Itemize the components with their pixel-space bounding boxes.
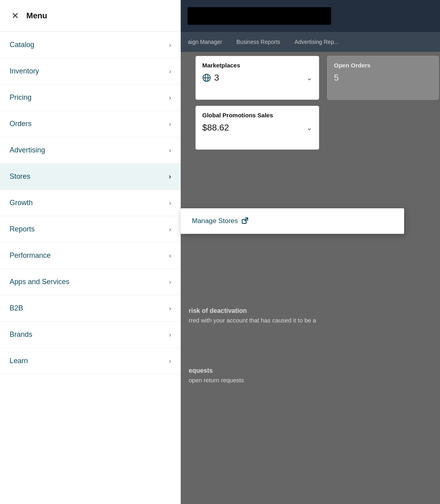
global-promotions-value: $88.62 [202, 123, 229, 133]
sidebar-item-label-reports: Reports [10, 225, 35, 233]
nav-tabs: aign Manager Business Reports Advertisin… [181, 32, 440, 52]
sidebar-item-label-catalog: Catalog [10, 41, 34, 49]
menu-title: Menu [26, 11, 47, 20]
risk-title: risk of deactivation [189, 307, 432, 314]
sidebar-item-label-brands: Brands [10, 330, 32, 339]
sidebar-item-label-performance: Performance [10, 251, 51, 260]
marketplaces-value: 3 [214, 73, 219, 83]
search-bar-redacted [187, 7, 331, 25]
sidebar-item-apps-services[interactable]: Apps and Services › [0, 269, 181, 295]
risk-alert: risk of deactivation rred with your acco… [181, 303, 440, 328]
close-icon: ✕ [12, 11, 19, 21]
chevron-right-icon-performance: › [169, 252, 171, 259]
marketplaces-label: Marketplaces [202, 62, 312, 69]
sidebar-item-performance[interactable]: Performance › [0, 243, 181, 269]
sidebar-item-label-b2b: B2B [10, 304, 23, 312]
manage-stores-label: Manage Stores [192, 217, 238, 225]
chevron-right-icon-catalog: › [169, 42, 171, 49]
stores-flyout-menu: Manage Stores [181, 208, 404, 234]
chevron-right-icon-apps-services: › [169, 279, 171, 286]
sidebar-item-label-stores: Stores [10, 172, 30, 181]
sidebar-item-label-growth: Growth [10, 199, 33, 207]
promotions-dropdown-icon[interactable]: ⌄ [306, 123, 312, 132]
chevron-right-icon-orders: › [169, 121, 171, 128]
globe-icon [202, 73, 211, 82]
sidebar-item-orders[interactable]: Orders › [0, 111, 181, 137]
global-promotions-label: Global Promotions Sales [202, 112, 312, 119]
return-title: equests [189, 367, 432, 374]
sidebar-item-learn[interactable]: Learn › [0, 348, 181, 374]
chevron-right-icon-reports: › [169, 226, 171, 233]
sidebar-item-label-pricing: Pricing [10, 93, 32, 102]
sidebar-item-label-orders: Orders [10, 120, 32, 128]
sidebar-item-b2b[interactable]: B2B › [0, 295, 181, 322]
sidebar-item-catalog[interactable]: Catalog › [0, 32, 181, 58]
chevron-right-icon-advertising: › [169, 147, 171, 154]
return-requests: equests open return requests [181, 363, 440, 387]
global-promotions-card[interactable]: Global Promotions Sales $88.62 ⌄ [195, 106, 319, 150]
sidebar-item-label-advertising: Advertising [10, 146, 45, 154]
risk-body: rred with your account that has caused i… [189, 317, 432, 324]
sidebar-item-label-learn: Learn [10, 357, 28, 365]
external-link-icon [242, 217, 248, 225]
chevron-right-icon-growth: › [169, 200, 171, 207]
marketplaces-dropdown-icon[interactable]: ⌄ [306, 73, 312, 82]
sidebar-item-brands[interactable]: Brands › [0, 322, 181, 348]
sidebar-items-list: Catalog › Inventory › Pricing › Orders ›… [0, 32, 181, 504]
sidebar-item-label-inventory: Inventory [10, 67, 39, 75]
marketplaces-card[interactable]: Marketplaces 3 ⌄ [195, 56, 319, 100]
sidebar-item-inventory[interactable]: Inventory › [0, 58, 181, 85]
flyout-item-manage-stores[interactable]: Manage Stores [181, 208, 404, 234]
chevron-right-icon-learn: › [169, 358, 171, 365]
chevron-right-icon-inventory: › [169, 68, 171, 75]
tab-campaign-manager[interactable]: aign Manager [181, 39, 229, 45]
close-menu-button[interactable]: ✕ [10, 10, 21, 22]
chevron-right-icon-stores: › [169, 172, 171, 181]
open-orders-label: Open Orders [334, 62, 432, 69]
tab-business-reports[interactable]: Business Reports [229, 39, 288, 45]
tab-advertising-reports[interactable]: Advertising Rep... [287, 39, 346, 45]
chevron-right-icon-b2b: › [169, 305, 171, 312]
sidebar-item-label-apps-services: Apps and Services [10, 278, 69, 286]
sidebar-item-pricing[interactable]: Pricing › [0, 85, 181, 111]
return-body: open return requests [189, 377, 432, 383]
chevron-right-icon-brands: › [169, 331, 171, 338]
sidebar-item-reports[interactable]: Reports › [0, 216, 181, 243]
sidebar-menu: ✕ Menu Catalog › Inventory › Pricing › O… [0, 0, 181, 504]
sidebar-header: ✕ Menu [0, 0, 181, 32]
chevron-right-icon-pricing: › [169, 94, 171, 101]
sidebar-item-growth[interactable]: Growth › [0, 190, 181, 216]
open-orders-card[interactable]: Open Orders 5 [327, 56, 439, 100]
sidebar-item-stores[interactable]: Stores › [0, 164, 181, 190]
sidebar-item-advertising[interactable]: Advertising › [0, 137, 181, 164]
open-orders-value: 5 [334, 73, 339, 83]
